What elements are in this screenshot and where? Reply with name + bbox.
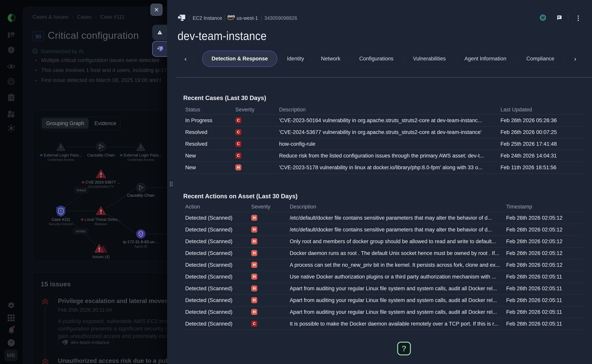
svg-text:?: ? — [10, 340, 13, 345]
